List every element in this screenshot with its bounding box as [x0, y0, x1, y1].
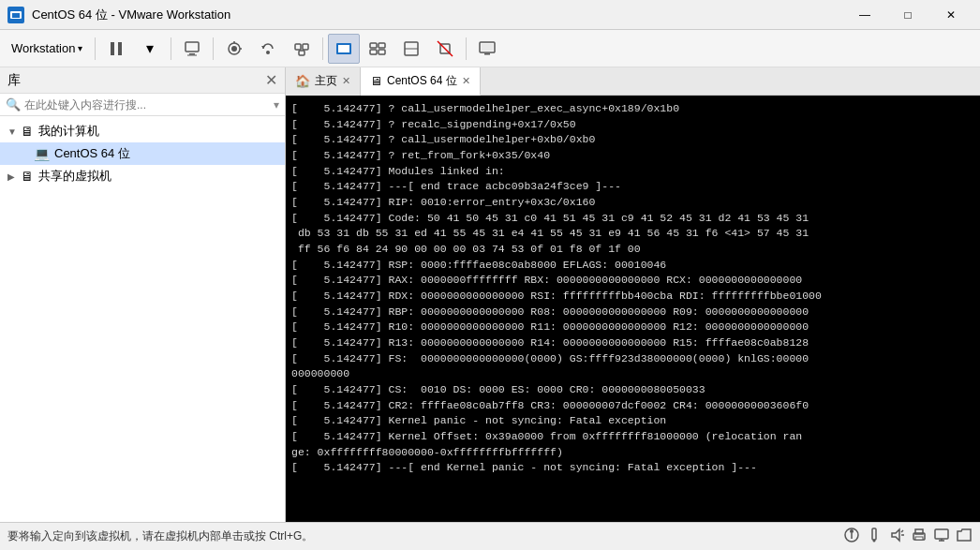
centos-tab-icon: 🖥 [370, 74, 382, 88]
home-tab-icon: 🏠 [295, 74, 310, 88]
window-controls: — □ ✕ [843, 0, 973, 30]
svg-rect-38 [915, 537, 923, 540]
snapshot-button[interactable] [218, 34, 250, 64]
workstation-menu-button[interactable]: Workstation ▾ [4, 34, 90, 64]
status-bar: 要将输入定向到该虚拟机，请在虚拟机内部单击或按 Ctrl+G。 [0, 522, 980, 550]
svg-rect-3 [111, 42, 114, 55]
svg-rect-17 [370, 43, 377, 48]
shared-expand-icon: ▶ [7, 171, 21, 182]
home-tab-close[interactable]: ✕ [342, 75, 350, 87]
app-icon [7, 7, 24, 23]
svg-rect-5 [186, 42, 199, 52]
my-computer-label: 我的计算机 [38, 123, 99, 140]
centos-tab-label: CentOS 64 位 [387, 73, 457, 89]
search-dropdown-icon[interactable]: ▾ [274, 98, 279, 111]
window-title: CentOS 64 位 - VMware Workstation [32, 7, 843, 23]
printer-icon[interactable] [911, 527, 928, 546]
network-icon[interactable] [843, 527, 860, 546]
tabs-bar: 🏠 主页 ✕ 🖥 CentOS 64 位 ✕ [286, 67, 980, 96]
title-bar: CentOS 64 位 - VMware Workstation — □ ✕ [0, 0, 980, 30]
svg-rect-19 [370, 50, 377, 54]
home-tab-label: 主页 [315, 73, 337, 89]
unity-icon [368, 39, 387, 58]
tab-centos[interactable]: 🖥 CentOS 64 位 ✕ [361, 67, 481, 96]
sidebar-title: 库 [7, 72, 21, 89]
centos-label: CentOS 64 位 [54, 145, 130, 162]
svg-rect-13 [303, 44, 308, 50]
computer-icon: 🖥 [21, 124, 34, 139]
sidebar-close-button[interactable]: ✕ [265, 71, 277, 89]
status-text: 要将输入定向到该虚拟机，请在虚拟机内部单击或按 Ctrl+G。 [7, 528, 313, 544]
separator-2 [171, 37, 171, 60]
svg-rect-6 [189, 53, 195, 55]
sidebar-header: 库 ✕ [0, 67, 285, 94]
sidebar-item-centos[interactable]: 💻 CentOS 64 位 [0, 142, 285, 165]
svg-point-9 [231, 46, 237, 52]
separator-5 [466, 37, 467, 60]
status-bar-icons [843, 527, 973, 546]
revert-button[interactable] [252, 34, 284, 64]
stretch-button[interactable] [395, 34, 427, 64]
workstation-label: Workstation [11, 41, 75, 55]
revert-icon [259, 39, 277, 58]
content-area: 🏠 主页 ✕ 🖥 CentOS 64 位 ✕ [ 5.142477] ? cal… [286, 67, 980, 522]
svg-rect-14 [299, 51, 304, 55]
minimize-button[interactable]: — [843, 0, 886, 30]
search-icon: 🔍 [6, 97, 21, 111]
sidebar-search-bar: 🔍 ▾ [0, 94, 285, 116]
pause-dropdown-button[interactable]: ▾ [134, 34, 166, 64]
sidebar-item-shared[interactable]: ▶ 🖥 共享的虚拟机 [0, 165, 285, 187]
svg-rect-16 [338, 45, 349, 52]
sound-icon[interactable] [888, 527, 905, 546]
display-icon[interactable] [933, 527, 950, 546]
expand-icon: ▼ [7, 126, 21, 137]
pause-dropdown-arrow: ▾ [146, 39, 154, 57]
pause-button[interactable] [100, 34, 132, 64]
folder-icon[interactable] [956, 527, 973, 546]
no-stretch-icon [436, 39, 454, 58]
usb-icon[interactable] [866, 527, 883, 546]
svg-rect-18 [379, 43, 385, 48]
separator-3 [213, 37, 214, 60]
main-layout: 库 ✕ 🔍 ▾ ▼ 🖥 我的计算机 💻 CentOS 64 位 ▶ [0, 67, 980, 522]
shared-label: 共享的虚拟机 [38, 168, 111, 185]
centos-vm-icon: 💻 [34, 146, 50, 161]
snapshot-manager-icon [292, 39, 311, 58]
fullscreen-button[interactable] [328, 34, 360, 64]
guest-os-button[interactable] [471, 34, 503, 64]
vm-settings-button[interactable] [176, 34, 208, 64]
guest-os-icon [478, 39, 497, 58]
fullscreen-icon [334, 39, 353, 58]
svg-rect-26 [482, 44, 493, 51]
svg-rect-20 [379, 50, 385, 54]
unity-button[interactable] [362, 34, 393, 64]
sidebar-item-my-computer[interactable]: ▼ 🖥 我的计算机 [0, 120, 285, 142]
svg-rect-39 [935, 529, 948, 539]
search-input[interactable] [24, 98, 274, 111]
svg-rect-2 [12, 13, 20, 18]
sidebar: 库 ✕ 🔍 ▾ ▼ 🖥 我的计算机 💻 CentOS 64 位 ▶ [0, 67, 286, 522]
toolbar: Workstation ▾ ▾ [0, 30, 980, 67]
svg-rect-4 [118, 42, 122, 55]
svg-rect-12 [295, 44, 301, 50]
workstation-dropdown-icon: ▾ [78, 43, 82, 53]
svg-rect-27 [484, 53, 490, 55]
svg-point-11 [266, 51, 270, 54]
svg-point-29 [850, 529, 854, 533]
pause-icon [107, 39, 126, 58]
stretch-icon [402, 39, 421, 58]
terminal-output[interactable]: [ 5.142477] ? call_usermodelhelper_exec_… [286, 96, 980, 522]
maximize-button[interactable]: □ [886, 0, 929, 30]
close-button[interactable]: ✕ [929, 0, 973, 30]
vm-settings-icon [183, 39, 201, 58]
svg-rect-31 [872, 528, 876, 540]
svg-point-32 [873, 540, 876, 543]
shared-icon: 🖥 [21, 169, 34, 184]
no-stretch-button[interactable] [429, 34, 461, 64]
centos-tab-close[interactable]: ✕ [462, 75, 470, 87]
svg-rect-7 [187, 54, 197, 55]
svg-marker-10 [261, 46, 265, 49]
tab-home[interactable]: 🏠 主页 ✕ [286, 67, 361, 96]
sidebar-tree: ▼ 🖥 我的计算机 💻 CentOS 64 位 ▶ 🖥 共享的虚拟机 [0, 116, 285, 522]
snapshot-manager-button[interactable] [286, 34, 318, 64]
